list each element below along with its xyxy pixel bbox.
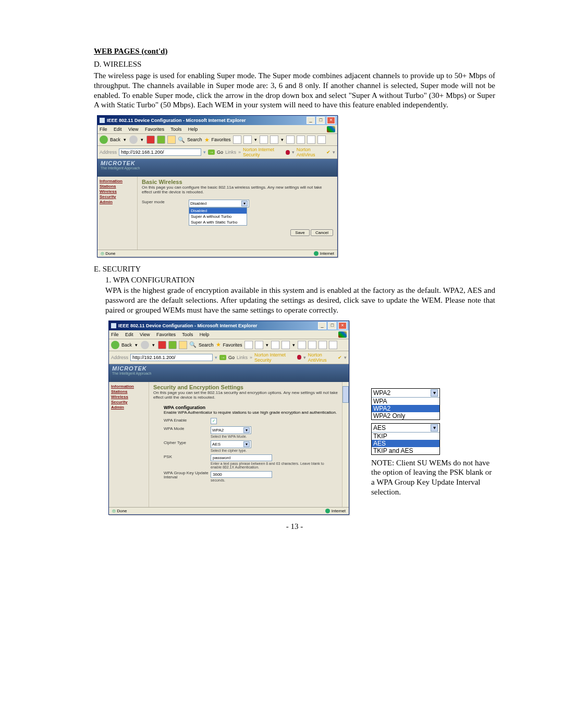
history-icon[interactable] (233, 135, 241, 144)
stop-icon[interactable] (158, 341, 166, 349)
links-label[interactable]: Links (225, 150, 236, 155)
menu-view[interactable]: View (128, 127, 138, 132)
menu-help[interactable]: Help (188, 127, 198, 132)
callout-cipher-opt-tkipaes[interactable]: TKIP and AES (372, 447, 439, 454)
chevron-down-icon[interactable]: ▾ (243, 441, 250, 447)
edit-icon[interactable] (282, 341, 290, 349)
sidebar-item-admin[interactable]: Admin (111, 405, 146, 410)
minimize-button[interactable]: _ (318, 322, 326, 329)
chevron-down-icon[interactable]: ▾ (431, 424, 438, 431)
forward-icon[interactable] (129, 135, 138, 144)
minimize-button[interactable]: _ (307, 117, 315, 124)
favorites-icon[interactable]: ★ (204, 137, 210, 143)
extra-icon-2[interactable] (317, 135, 326, 144)
psk-input[interactable]: password (211, 454, 272, 461)
back-icon[interactable] (111, 341, 119, 349)
mail-icon[interactable] (255, 341, 263, 349)
supermode-dropdown[interactable]: Disabled ▾ (189, 200, 249, 207)
norton-security-label[interactable]: Norton Internet Security (243, 147, 284, 157)
menu-file[interactable]: File (111, 332, 119, 337)
favorites-icon[interactable]: ★ (216, 341, 221, 348)
discuss-icon[interactable] (298, 341, 306, 349)
groupkey-input[interactable]: 3600 (211, 471, 272, 478)
refresh-icon[interactable] (168, 341, 177, 349)
back-label[interactable]: Back (121, 342, 132, 348)
cipher-dropdown[interactable]: AES ▾ (211, 440, 251, 448)
messenger-icon[interactable] (297, 135, 305, 144)
address-input[interactable]: http://192.168.1.200/ (119, 149, 201, 156)
supermode-opt-disabled[interactable]: Disabled (189, 208, 247, 214)
menu-favorites[interactable]: Favorites (156, 332, 176, 337)
messenger-icon[interactable] (308, 341, 316, 349)
search-icon[interactable]: 🔍 (189, 341, 197, 348)
refresh-icon[interactable] (157, 135, 165, 144)
sidebar-item-wireless[interactable]: Wireless (111, 394, 146, 399)
extra-icon-1[interactable] (319, 341, 327, 349)
menu-edit[interactable]: Edit (114, 127, 122, 132)
sidebar-item-admin[interactable]: Admin (100, 200, 135, 204)
callout-wpamode-opt-wpa2only[interactable]: WPA2 Only (372, 412, 439, 419)
chevron-down-icon[interactable]: ▾ (243, 427, 250, 433)
sidebar-item-stations[interactable]: Stations (111, 389, 146, 394)
extra-icon-1[interactable] (307, 135, 315, 144)
close-button[interactable]: × (327, 117, 335, 124)
wpa-enable-checkbox[interactable]: ✓ (211, 418, 217, 424)
callout-wpamode-opt-wpa[interactable]: WPA (372, 398, 439, 405)
extra-icon-2[interactable] (329, 341, 337, 349)
supermode-opt-noturbo[interactable]: Super A without Turbo (189, 214, 247, 219)
close-button[interactable]: × (338, 322, 347, 329)
sidebar-item-stations[interactable]: Stations (100, 184, 135, 189)
go-label[interactable]: Go (217, 150, 223, 155)
maximize-button[interactable]: □ (328, 322, 336, 329)
edit-icon[interactable] (270, 135, 278, 144)
go-button[interactable]: → (208, 150, 215, 155)
links-label[interactable]: Links (237, 355, 248, 360)
menu-edit[interactable]: Edit (125, 332, 133, 337)
search-label[interactable]: Search (199, 342, 214, 348)
supermode-opt-static[interactable]: Super A with Static Turbo (189, 219, 247, 225)
menu-tools[interactable]: Tools (170, 127, 181, 132)
save-button[interactable]: Save (290, 229, 309, 236)
forward-icon[interactable] (141, 341, 149, 349)
cancel-button[interactable]: Cancel (311, 229, 333, 236)
history-icon[interactable] (244, 341, 253, 349)
norton-security-label[interactable]: Norton Internet Security (254, 352, 295, 363)
print-icon[interactable] (260, 135, 268, 144)
menu-favorites[interactable]: Favorites (145, 127, 164, 132)
back-icon[interactable] (100, 135, 108, 144)
maximize-button[interactable]: □ (316, 117, 325, 124)
sidebar-item-information[interactable]: Information (111, 384, 146, 389)
address-input[interactable]: http://192.168.1.200/ (130, 354, 213, 361)
favorites-label[interactable]: Favorites (212, 137, 231, 142)
favorites-label[interactable]: Favorites (223, 342, 242, 348)
scrollbar[interactable] (342, 382, 349, 507)
go-label[interactable]: Go (228, 355, 235, 360)
stop-icon[interactable] (146, 135, 155, 144)
chevron-down-icon[interactable]: ▾ (431, 389, 438, 397)
callout-wpamode-opt-wpa2[interactable]: WPA2 (372, 405, 439, 412)
sidebar-item-security[interactable]: Security (111, 400, 146, 404)
scrollbar-thumb[interactable] (342, 386, 349, 403)
sidebar-item-information[interactable]: Information (100, 179, 135, 183)
menu-file[interactable]: File (100, 127, 107, 132)
menu-tools[interactable]: Tools (182, 332, 193, 337)
home-icon[interactable] (179, 341, 187, 349)
callout-cipher-opt-aes[interactable]: AES (372, 440, 439, 447)
menu-view[interactable]: View (140, 332, 150, 337)
search-icon[interactable]: 🔍 (178, 137, 185, 143)
menu-help[interactable]: Help (200, 332, 210, 337)
go-button[interactable]: → (219, 355, 226, 360)
wpa-mode-dropdown[interactable]: WPA2 ▾ (211, 426, 251, 434)
back-label[interactable]: Back (110, 137, 120, 142)
sidebar-item-wireless[interactable]: Wireless (100, 189, 135, 194)
sidebar-item-security[interactable]: Security (100, 194, 135, 199)
mail-icon[interactable] (243, 135, 252, 144)
search-label[interactable]: Search (187, 137, 202, 142)
chevron-down-icon[interactable]: ▾ (241, 201, 248, 206)
norton-antivirus-label[interactable]: Norton AntiVirus (297, 147, 324, 157)
callout-cipher-opt-tkip[interactable]: TKIP (372, 433, 439, 440)
norton-antivirus-label[interactable]: Norton AntiVirus (308, 352, 336, 363)
discuss-icon[interactable] (286, 135, 295, 144)
home-icon[interactable] (167, 135, 176, 144)
print-icon[interactable] (271, 341, 279, 349)
